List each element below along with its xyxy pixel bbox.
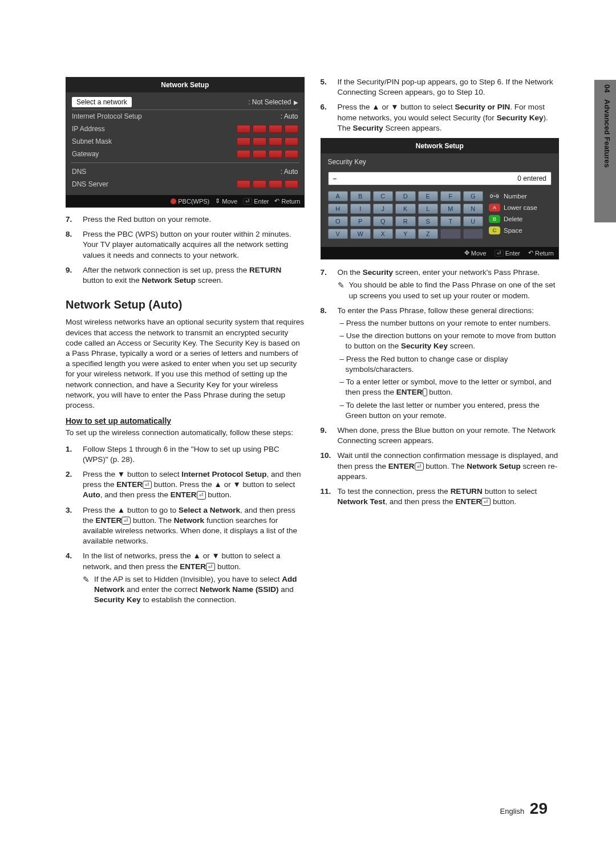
security-keyboard-panel: Network Setup Security Key – 0 entered A… xyxy=(321,138,560,259)
key-Q[interactable]: Q xyxy=(373,216,394,226)
right-step-5: If the Security/PIN pop-up appears, go t… xyxy=(338,77,560,98)
enter-icon: ⏎ xyxy=(197,491,206,499)
key-A[interactable]: A xyxy=(328,191,348,201)
panel-title: Network Setup xyxy=(66,78,304,92)
red-a-icon xyxy=(171,198,176,204)
right-step-8: To enter the Pass Phrase, follow these g… xyxy=(338,306,560,421)
dns-label: DNS xyxy=(72,168,86,176)
num-badge: 0~9 xyxy=(489,192,500,200)
key-R[interactable]: R xyxy=(395,216,416,226)
key-B[interactable]: B xyxy=(350,191,371,201)
auto-step-2: Press the ▼ button to select Internet Pr… xyxy=(83,469,305,501)
key-D[interactable]: D xyxy=(395,191,416,201)
security-key-input[interactable]: – 0 entered xyxy=(328,172,552,185)
key-L[interactable]: L xyxy=(418,204,439,214)
key-N[interactable]: N xyxy=(463,204,484,214)
panel-footer: PBC(WPS) ⇕Move ⏎Enter ↶Return xyxy=(66,195,304,207)
return-icon: ↶ xyxy=(528,249,533,257)
left-column: Network Setup Select a network : Not Sel… xyxy=(66,77,305,610)
subnet-field xyxy=(237,137,298,145)
dns-value: : Auto xyxy=(281,168,298,176)
key-blank[interactable] xyxy=(463,229,484,239)
ip-address-label: IP Address xyxy=(72,125,105,133)
key-Y[interactable]: Y xyxy=(395,229,416,239)
enter-icon: ⏎ xyxy=(143,481,152,489)
select-network-value: : Not Selected ▶ xyxy=(248,98,298,106)
key-U[interactable]: U xyxy=(463,216,484,226)
note-icon: ✎ xyxy=(83,574,90,606)
keyboard-legend: 0~9Number ALower case BDelete CSpace xyxy=(489,191,552,241)
key-K[interactable]: K xyxy=(395,204,416,214)
key-J[interactable]: J xyxy=(373,204,394,214)
subnet-label: Subnet Mask xyxy=(72,137,112,145)
key-F[interactable]: F xyxy=(440,191,461,201)
entered-count: 0 entered xyxy=(517,175,546,182)
green-b-icon: B xyxy=(489,215,500,223)
auto-step-1: Follow Steps 1 through 6 in the "How to … xyxy=(83,444,305,465)
right-caret-icon: ▶ xyxy=(294,99,298,106)
key-O[interactable]: O xyxy=(328,216,348,226)
key-V[interactable]: V xyxy=(328,229,348,239)
key-C[interactable]: C xyxy=(373,191,394,201)
page-number: 29 xyxy=(530,800,548,817)
right-step-6: Press the ▲ or ▼ button to select Securi… xyxy=(338,102,560,133)
key-blank[interactable] xyxy=(440,229,461,239)
step-8: Press the PBC (WPS) button on your route… xyxy=(83,229,305,261)
yellow-c-icon: C xyxy=(489,226,500,234)
ip-setup-label: Internet Protocol Setup xyxy=(72,112,142,120)
enter-icon: ⏎ xyxy=(121,517,131,525)
dns-server-field xyxy=(237,180,298,188)
right-step-7: On the Security screen, enter your netwo… xyxy=(338,267,560,301)
side-chapter-label: 04 Advanced Features xyxy=(603,84,611,168)
key-X[interactable]: X xyxy=(373,229,394,239)
kb-title: Network Setup xyxy=(321,139,559,153)
gateway-field xyxy=(237,150,298,158)
updown-icon: ⇕ xyxy=(215,197,220,205)
cursor-icon: – xyxy=(333,175,337,182)
key-G[interactable]: G xyxy=(463,191,484,201)
auto-paragraph: Most wireless networks have an optional … xyxy=(66,317,305,411)
enter-icon: ⏎ xyxy=(423,388,427,396)
key-M[interactable]: M xyxy=(440,204,461,214)
right-column: 5.If the Security/PIN pop-up appears, go… xyxy=(321,77,560,610)
security-key-label: Security Key xyxy=(321,153,559,168)
select-network-label[interactable]: Select a network xyxy=(72,97,132,107)
right-step-10: Wait until the connection confirmation m… xyxy=(338,451,560,482)
enter-icon: ⏎ xyxy=(415,462,424,470)
key-I[interactable]: I xyxy=(350,204,371,214)
right-step-11: To test the connection, press the RETURN… xyxy=(338,486,560,507)
enter-icon: ⏎ xyxy=(243,198,252,205)
enter-icon: ⏎ xyxy=(481,498,491,506)
auto-intro: To set up the wireless connection automa… xyxy=(66,428,305,438)
key-S[interactable]: S xyxy=(418,216,439,226)
chapter-title: Advanced Features xyxy=(603,99,611,168)
auto-step-4: In the list of networks, press the ▲ or … xyxy=(83,551,305,605)
key-Z[interactable]: Z xyxy=(418,229,439,239)
chapter-number: 04 xyxy=(603,84,611,92)
right-step-9: When done, press the Blue button on your… xyxy=(338,425,560,446)
howto-auto-heading: How to set up automatically xyxy=(66,416,305,425)
step-7: Press the Red button on your remote. xyxy=(83,214,305,225)
ip-setup-value: : Auto xyxy=(281,112,298,120)
footer-lang: English xyxy=(500,807,525,816)
kb-footer: ✥Move ⏎Enter ↶Return xyxy=(321,247,559,259)
note-icon: ✎ xyxy=(338,280,345,301)
heading-auto: Network Setup (Auto) xyxy=(66,298,305,311)
keyboard-grid: A B C D E F G H I J K L M xyxy=(328,191,484,241)
page-footer: English 29 xyxy=(500,800,548,818)
key-H[interactable]: H xyxy=(328,204,348,214)
auto-step-3: Press the ▲ button to go to Select a Net… xyxy=(83,505,305,547)
key-T[interactable]: T xyxy=(440,216,461,226)
key-W[interactable]: W xyxy=(350,229,371,239)
network-setup-panel: Network Setup Select a network : Not Sel… xyxy=(66,77,305,208)
red-a-icon: A xyxy=(489,204,500,212)
enter-icon: ⏎ xyxy=(206,563,215,571)
key-E[interactable]: E xyxy=(418,191,439,201)
key-P[interactable]: P xyxy=(350,216,371,226)
ip-address-field xyxy=(237,125,298,133)
dns-server-label: DNS Server xyxy=(72,180,108,188)
ip-octet xyxy=(237,125,250,133)
enter-icon: ⏎ xyxy=(495,250,504,257)
move-arrows-icon: ✥ xyxy=(464,249,469,257)
return-icon: ↶ xyxy=(274,197,279,205)
